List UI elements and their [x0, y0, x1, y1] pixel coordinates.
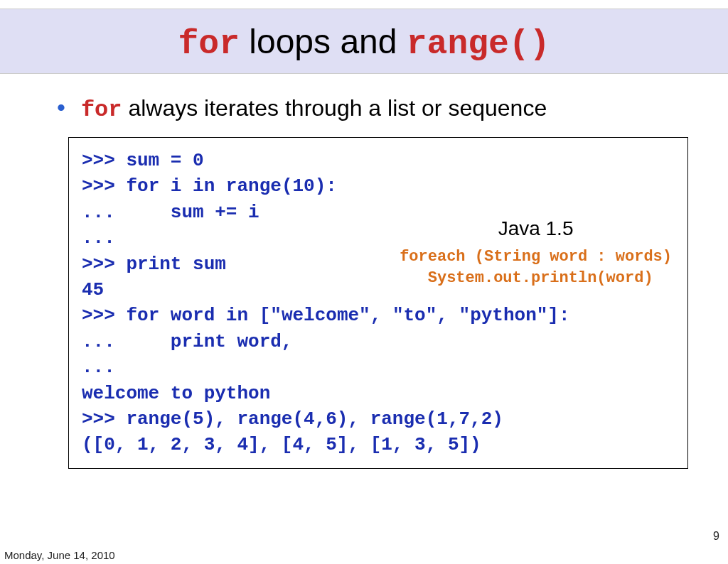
code-line-14: ([0, 1, 2, 3, 4], [4, 5], [1, 3, 5]) [82, 432, 675, 457]
bullet-code-for: for [81, 97, 122, 123]
bullet-rest: always iterates through a list or sequen… [122, 95, 547, 121]
date-footer: Monday, June 14, 2010 [4, 549, 115, 561]
java-title: Java 1.5 [400, 215, 672, 242]
code-line-9: ... print word, [82, 329, 675, 354]
code-line-10: ... [82, 354, 675, 380]
page-number: 9 [713, 530, 719, 543]
code-line-1: >>> sum = 0 [82, 148, 675, 173]
code-line-8: >>> for word in ["welcome", "to", "pytho… [82, 303, 675, 328]
bullet-item: • for always iterates through a list or … [57, 95, 685, 123]
code-line-2: >>> for i in range(10): [82, 173, 675, 199]
code-block: >>> sum = 0 >>> for i in range(10): ... … [68, 137, 688, 469]
code-line-11: welcome to python [82, 381, 675, 406]
content-area: • for always iterates through a list or … [0, 74, 728, 469]
title-bar: for loops and range() [0, 9, 728, 74]
java-code: foreach (String word : words) System.out… [400, 246, 672, 288]
code-line-13: >>> range(5), range(4,6), range(1,7,2) [82, 406, 675, 432]
title-mid: loops and [240, 23, 407, 60]
slide-title: for loops and range() [0, 22, 728, 63]
bullet-dot-icon: • [57, 95, 65, 119]
title-code-range: range() [407, 25, 550, 63]
title-code-for: for [178, 25, 240, 63]
bullet-text: for always iterates through a list or se… [81, 95, 547, 123]
java-annotation: Java 1.5 foreach (String word : words) S… [400, 215, 672, 289]
